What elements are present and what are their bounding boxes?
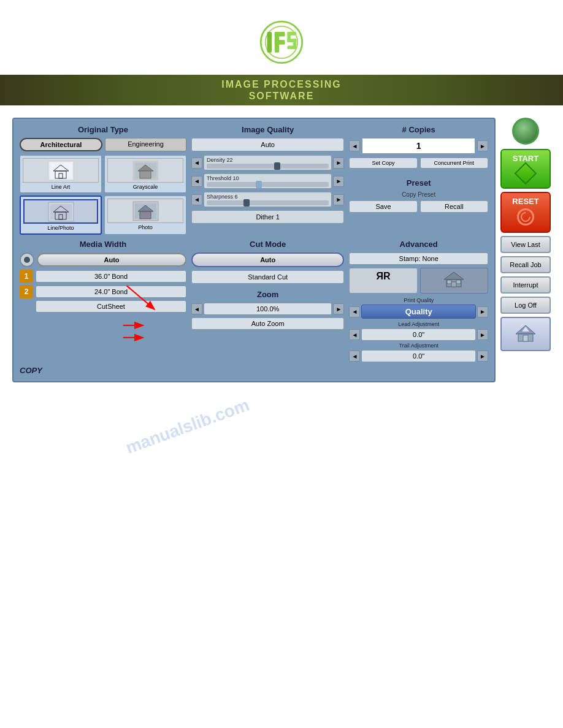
media-2-number: 2 — [20, 285, 33, 298]
zoom-value: 100.0% — [204, 303, 332, 315]
image-quality-auto[interactable]: Auto — [191, 138, 344, 151]
original-type-title: Original Type — [20, 125, 186, 134]
quality-increase[interactable]: ► — [477, 306, 488, 317]
media-2-button[interactable]: 24.0" Bond — [36, 286, 186, 298]
sharpness-decrease[interactable]: ◄ — [191, 194, 202, 205]
recall-button[interactable]: Recall — [420, 200, 488, 213]
cut-mode-title: Cut Mode — [191, 240, 344, 249]
lead-decrease[interactable]: ◄ — [349, 329, 360, 340]
trail-decrease[interactable]: ◄ — [349, 351, 360, 362]
advanced-section: Advanced Stamp: None ЯR — [349, 240, 488, 362]
media-1-number: 1 — [20, 270, 33, 283]
image-quality-section: Image Quality Auto ◄ Density 22 ► — [191, 125, 344, 235]
save-button[interactable]: Save — [349, 200, 417, 213]
quality-decrease[interactable]: ◄ — [349, 306, 360, 317]
set-copy-button[interactable]: Set Copy — [349, 157, 417, 169]
image-quality-title: Image Quality — [191, 125, 344, 134]
lead-increase[interactable]: ► — [477, 329, 488, 340]
auto-zoom-button[interactable]: Auto Zoom — [191, 317, 344, 330]
media-1-button[interactable]: 36.0" Bond — [36, 270, 186, 282]
line-art-label: Line Art — [23, 184, 99, 190]
threshold-decrease[interactable]: ◄ — [191, 176, 202, 187]
watermark: manualslib.com — [123, 395, 252, 458]
sharpness-increase[interactable]: ► — [333, 194, 344, 205]
svg-rect-5 — [275, 40, 285, 45]
copies-decrease[interactable]: ◄ — [349, 140, 360, 151]
engineering-button[interactable]: Engineering — [105, 138, 186, 151]
cut-sheet-button[interactable]: CutSheet — [36, 300, 186, 313]
svg-rect-37 — [451, 282, 456, 287]
density-label: Density 22 — [207, 157, 329, 163]
mirror-button[interactable]: ЯR — [349, 268, 417, 294]
logo — [232, 18, 331, 74]
linephoto-button[interactable]: Line/Photo — [20, 195, 102, 235]
copies-increase[interactable]: ► — [477, 140, 488, 151]
media-width-section: Media Width Auto 1 36.0" Bond 2 — [20, 240, 186, 362]
stamp-button[interactable]: Stamp: None — [349, 252, 488, 265]
lead-adjustment-label: Lead Adjustment — [349, 321, 488, 327]
linephoto-label: Line/Photo — [23, 225, 98, 231]
line-art-button[interactable]: Line Art — [20, 155, 102, 193]
media-width-title: Media Width — [20, 240, 186, 249]
standard-cut-button[interactable]: Standard Cut — [191, 270, 344, 284]
zoom-title: Zoom — [191, 290, 344, 299]
cut-mode-auto-button[interactable]: Auto — [191, 252, 344, 267]
preset-subtitle: Copy Preset — [349, 191, 488, 198]
photo-button[interactable]: Photo — [104, 195, 186, 235]
svg-rect-39 — [456, 280, 461, 284]
trail-value: 0.0" — [361, 350, 476, 362]
house-button[interactable] — [420, 268, 488, 294]
header-title: IMAGE PROCESSING SOFTWARE — [221, 78, 342, 102]
svg-marker-35 — [444, 272, 464, 279]
home-button[interactable] — [500, 317, 551, 351]
grayscale-button[interactable]: Grayscale — [104, 155, 186, 193]
svg-rect-25 — [140, 171, 151, 178]
copy-label: COPY — [20, 366, 488, 375]
svg-rect-42 — [523, 335, 528, 341]
dither-button[interactable]: Dither 1 — [191, 210, 344, 224]
copies-section: # Copies ◄ 1 ► Set Copy Concurrent Print… — [349, 125, 488, 235]
svg-rect-38 — [447, 280, 451, 284]
interrupt-button[interactable]: Interrupt — [500, 276, 551, 294]
copies-value: 1 — [362, 138, 475, 154]
density-increase[interactable]: ► — [333, 157, 344, 169]
sharpness-label: Sharpness 6 — [207, 194, 329, 200]
lead-value: 0.0" — [361, 328, 476, 341]
svg-rect-2 — [267, 32, 272, 53]
svg-rect-10 — [293, 39, 297, 49]
ui-panel: Original Type Architectural Engineering — [12, 118, 496, 382]
log-off-button[interactable]: Log Off — [500, 297, 551, 314]
header-bar: IMAGE PROCESSING SOFTWARE — [0, 75, 563, 105]
header: IMAGE PROCESSING SOFTWARE — [0, 0, 563, 105]
start-button[interactable]: START — [500, 149, 551, 189]
cut-mode-zoom-section: Cut Mode Auto Standard Cut Zoom ◄ 100.0%… — [191, 240, 344, 362]
photo-label: Photo — [107, 224, 183, 230]
grayscale-label: Grayscale — [107, 184, 183, 190]
concurrent-print-button[interactable]: Concurrent Print — [420, 157, 488, 169]
svg-rect-9 — [287, 32, 291, 42]
right-panel: START RESET View Last Recall Job Interru… — [500, 118, 551, 382]
copies-title: # Copies — [349, 125, 488, 134]
auto-radio[interactable] — [20, 252, 34, 267]
power-indicator — [512, 118, 539, 145]
svg-rect-34 — [140, 211, 151, 219]
trail-adjustment-label: Trail Adjustment — [349, 343, 488, 349]
trail-increase[interactable]: ► — [477, 351, 488, 362]
reset-circle-icon — [517, 208, 534, 226]
zoom-decrease[interactable]: ◄ — [191, 303, 202, 314]
quality-value[interactable]: Quality — [361, 305, 476, 319]
start-diamond-icon — [515, 162, 537, 185]
view-last-button[interactable]: View Last — [500, 236, 551, 253]
media-auto-button[interactable]: Auto — [37, 253, 186, 267]
advanced-title: Advanced — [349, 240, 488, 249]
recall-job-button[interactable]: Recall Job — [500, 256, 551, 273]
zoom-increase[interactable]: ► — [333, 303, 344, 314]
original-type-section: Original Type Architectural Engineering — [20, 125, 186, 235]
density-decrease[interactable]: ◄ — [191, 157, 202, 169]
print-quality-label: Print Quality — [349, 297, 488, 303]
threshold-increase[interactable]: ► — [333, 176, 344, 187]
reset-button[interactable]: RESET — [500, 192, 551, 233]
preset-section: Preset Copy Preset Save Recall — [349, 178, 488, 213]
architectural-button[interactable]: Architectural — [20, 138, 102, 151]
preset-title: Preset — [349, 178, 488, 188]
